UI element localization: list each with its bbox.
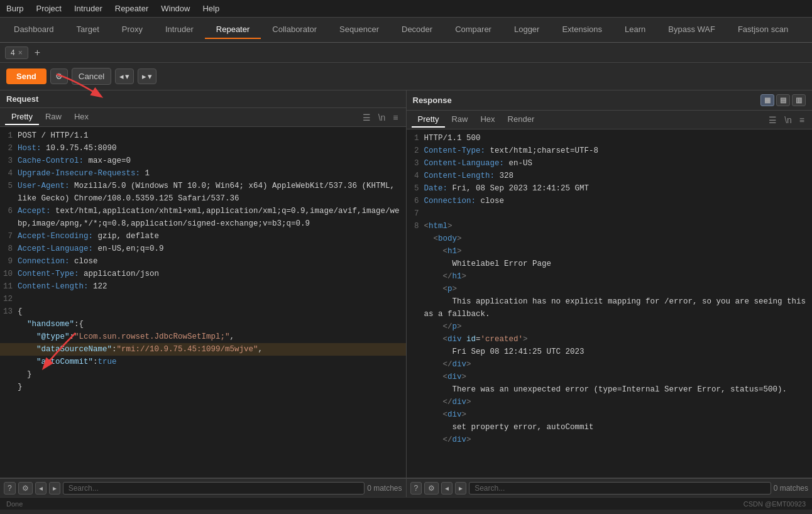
help-icon-right[interactable]: ? [410,482,422,495]
menu-project[interactable]: Project [30,1,67,16]
request-tab-hex[interactable]: Hex [68,109,95,125]
resp-line-11: Whitelabel Error Page [407,258,813,270]
request-content[interactable]: 1 POST / HTTP/1.1 2 Host: 10.9.75.45:809… [0,127,406,478]
menu-intruder[interactable]: Intruder [68,1,109,16]
grid-view-icon[interactable]: ▦ [760,94,774,106]
request-subtab-icons: ☰ \n ≡ [360,111,401,124]
resp-line-2: 2 Content-Type: text/html;charset=UTF-8 [407,145,813,157]
resp-line-6: 6 Connection: close [407,195,813,207]
response-panel-header: Response ▦ ▤ ▥ [407,90,813,111]
req-line-18: } [0,368,406,381]
request-panel-header: Request [0,90,406,108]
prev-match-button-right[interactable]: ◂ [441,482,453,495]
request-title: Request [6,94,38,104]
tab-collaborator[interactable]: Collaborator [261,21,328,39]
main-content: Request Pretty Raw Hex ☰ \n ≡ 1 POST / H… [0,90,812,478]
menu-burp[interactable]: Burp [0,1,30,16]
more-icon[interactable]: ≡ [390,111,400,124]
status-bar: Done CSDN @EMT00923 [0,497,812,510]
next-match-button[interactable]: ▸ [49,482,60,495]
tab-bypass-waf[interactable]: Bypass WAF [657,21,727,39]
resp-line-18: </div> [407,358,813,371]
left-search-input[interactable] [63,482,365,495]
list-view-icon[interactable]: ▤ [776,94,790,106]
req-line-9: 9 Connection: close [0,255,406,268]
more-icon[interactable]: ≡ [797,114,807,126]
session-tab-bar: 4 × + [0,43,812,63]
session-tab-4[interactable]: 4 × [5,46,28,59]
settings-button[interactable]: ⚙ [50,68,68,84]
left-matches-count: 0 matches [367,484,402,493]
add-session-tab-button[interactable]: + [31,47,44,58]
request-subtabs: Pretty Raw Hex ☰ \n ≡ [0,108,406,127]
chevron-down-icon: ▾ [148,72,152,81]
cancel-button[interactable]: Cancel [72,68,112,85]
resp-line-22: <div> [407,408,813,421]
resp-line-19: <div> [407,371,813,383]
bottom-bars: ? ⚙ ◂ ▸ 0 matches ? ⚙ ◂ ▸ 0 matches [0,478,812,497]
request-tab-pretty[interactable]: Pretty [5,109,39,125]
resp-line-17: Fri Sep 08 12:41:25 UTC 2023 [407,346,813,358]
send-button[interactable]: Send [6,68,47,84]
help-icon[interactable]: ? [4,482,16,495]
tab-proxy[interactable]: Proxy [111,21,154,39]
wrap-icon[interactable]: \n [376,111,388,124]
tab-extensions[interactable]: Extensions [551,21,613,39]
settings-icon-right[interactable]: ⚙ [424,482,439,495]
req-line-17: "autoCommit":true [0,356,406,368]
req-line-19: } [0,381,406,393]
response-tab-pretty[interactable]: Pretty [412,112,446,128]
chevron-down-icon: ▾ [125,72,129,81]
resp-line-14: This application has no explicit mapping… [407,295,813,320]
resp-line-3: 3 Content-Language: en-US [407,157,813,170]
menu-repeater[interactable]: Repeater [109,1,155,16]
tab-dashboard[interactable]: Dashboard [3,21,65,39]
wrap-icon[interactable]: \n [782,114,794,126]
close-tab-icon[interactable]: × [18,48,23,57]
req-line-14: "handsome":{ [0,318,406,331]
tab-intruder[interactable]: Intruder [154,21,205,39]
tab-target[interactable]: Target [65,21,111,39]
resp-line-4: 4 Content-Length: 328 [407,170,813,182]
col-view-icon[interactable]: ▥ [792,94,806,106]
resp-line-12: </h1> [407,270,813,283]
next-nav-button[interactable]: ▸ ▾ [138,68,156,84]
tab-decoder[interactable]: Decoder [390,21,444,39]
resp-line-1: 1 HTTP/1.1 500 [407,132,813,145]
tab-learn[interactable]: Learn [613,21,657,39]
response-subtab-icons: ☰ \n ≡ [766,114,807,126]
tab-fastjson-scan[interactable]: Fastjson scan [727,21,799,39]
resp-line-20: There was an unexpected error (type=Inte… [407,383,813,396]
prev-nav-button[interactable]: ◂ ▾ [115,68,134,84]
list-icon[interactable]: ☰ [360,111,373,124]
response-tab-raw[interactable]: Raw [445,112,474,128]
tab-comparer[interactable]: Comparer [444,21,503,39]
tab-sequencer[interactable]: Sequencer [328,21,390,39]
resp-line-21: </div> [407,396,813,408]
response-tab-render[interactable]: Render [502,112,541,128]
settings-icon[interactable]: ⚙ [18,482,33,495]
next-match-button-right[interactable]: ▸ [455,482,466,495]
menu-window[interactable]: Window [155,1,196,16]
request-tab-raw[interactable]: Raw [39,109,68,125]
menu-help[interactable]: Help [196,1,226,16]
request-panel: Request Pretty Raw Hex ☰ \n ≡ 1 POST / H… [0,90,407,478]
req-line-10: 10 Content-Type: application/json [0,268,406,280]
tab-logger[interactable]: Logger [503,21,551,39]
resp-line-24: </div> [407,434,813,446]
right-search-input[interactable] [469,482,771,495]
response-subtabs: Pretty Raw Hex Render ☰ \n ≡ [407,111,813,129]
req-line-11: 11 Content-Length: 122 [0,280,406,293]
resp-line-9: <body> [407,232,813,245]
tab-repeater[interactable]: Repeater [205,21,261,39]
left-bottom-bar: ? ⚙ ◂ ▸ 0 matches [0,478,407,497]
response-content[interactable]: 1 HTTP/1.1 500 2 Content-Type: text/html… [407,129,813,478]
req-line-6: 6 Accept: text/html,application/xhtml+xm… [0,205,406,230]
credit-text: CSDN @EMT00923 [743,500,806,508]
nav-tab-bar: Dashboard Target Proxy Intruder Repeater… [0,18,812,43]
prev-match-button[interactable]: ◂ [35,482,47,495]
resp-line-5: 5 Date: Fri, 08 Sep 2023 12:41:25 GMT [407,182,813,195]
response-panel: Response ▦ ▤ ▥ Pretty Raw Hex Render ☰ \… [407,90,813,478]
response-tab-hex[interactable]: Hex [474,112,501,128]
list-icon[interactable]: ☰ [766,114,779,126]
